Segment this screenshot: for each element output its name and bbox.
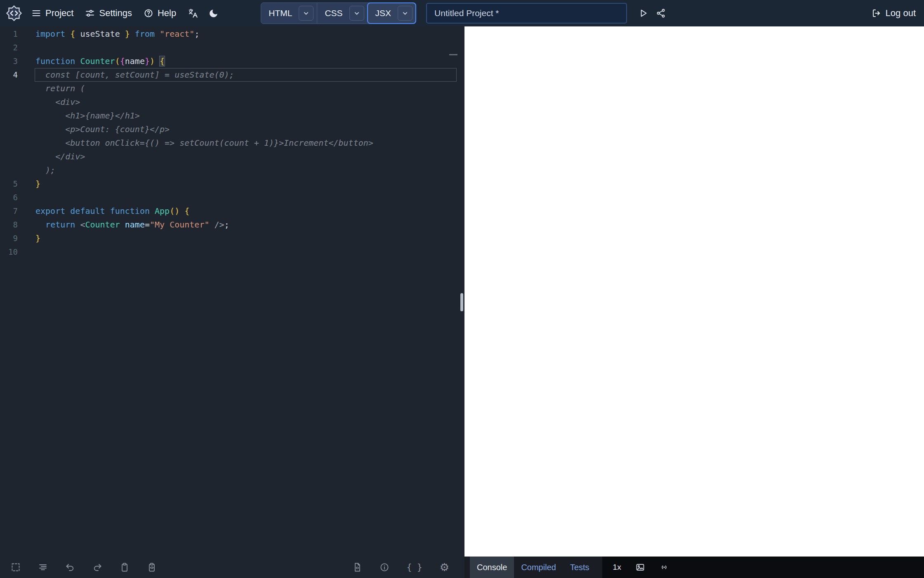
clipboard-code-icon[interactable]: [147, 562, 157, 572]
code-line[interactable]: 6: [0, 191, 459, 204]
format-lines-icon[interactable]: [38, 562, 48, 572]
line-number: 4: [0, 68, 24, 82]
share-button[interactable]: [656, 8, 666, 18]
settings-menu-label: Settings: [99, 8, 132, 19]
topbar: Project Settings Help: [0, 0, 924, 26]
code-line[interactable]: 8 return <Counter name="My Counter" />;: [0, 218, 459, 232]
code-line[interactable]: 2: [0, 41, 459, 54]
editor-tab-css-label: CSS: [317, 8, 348, 18]
line-content: export default function App() {: [35, 204, 189, 218]
help-menu-label: Help: [158, 8, 176, 19]
project-menu-label: Project: [45, 8, 73, 19]
code-line[interactable]: 3function Counter({name}) {: [0, 54, 459, 68]
editor-statusbar-right-group: { } ⚙: [352, 561, 449, 573]
logout-icon: [872, 8, 882, 18]
line-content: );: [35, 163, 55, 177]
line-content: return <Counter name="My Counter" />;: [35, 218, 229, 232]
line-content: }: [35, 177, 40, 191]
line-number: [0, 136, 24, 150]
logout-button[interactable]: Log out: [872, 8, 916, 19]
chevron-down-icon[interactable]: [349, 6, 364, 21]
line-number: 3: [0, 54, 24, 68]
preview-output: [464, 26, 924, 557]
braces-icon[interactable]: { }: [407, 562, 422, 572]
editor-tab-jsx[interactable]: JSX: [368, 3, 416, 24]
translate-icon[interactable]: [188, 8, 198, 19]
undo-icon[interactable]: [65, 562, 75, 572]
line-number: [0, 150, 24, 163]
line-content: const [count, setCount] = useState(0);: [35, 68, 234, 82]
file-code-icon[interactable]: [352, 562, 362, 572]
code-line[interactable]: 9}: [0, 232, 459, 245]
share-icon: [656, 8, 666, 18]
settings-menu-button[interactable]: Settings: [85, 8, 132, 19]
screenshot-icon[interactable]: [635, 562, 645, 572]
code-line[interactable]: <div>: [0, 95, 459, 109]
help-menu-button[interactable]: Help: [144, 8, 176, 19]
project-title-input[interactable]: [426, 3, 627, 24]
line-number: 8: [0, 218, 24, 232]
line-number: [0, 95, 24, 109]
selection-icon[interactable]: [11, 562, 21, 572]
pane-resizer[interactable]: [459, 26, 464, 578]
clipboard-icon[interactable]: [120, 562, 130, 572]
run-button[interactable]: [638, 8, 648, 19]
line-content: import { useState } from "react";: [35, 27, 199, 41]
line-number: [0, 123, 24, 136]
chevron-down-icon[interactable]: [299, 6, 314, 21]
info-icon[interactable]: [380, 562, 389, 572]
preview-tabs-group: Console Compiled Tests: [464, 557, 602, 578]
line-content: <p>Count: {count}</p>: [35, 123, 170, 136]
line-content: <button onClick={() => setCount(count + …: [35, 136, 373, 150]
editor-tab-html-label: HTML: [261, 8, 298, 18]
gear-icon[interactable]: ⚙: [440, 561, 449, 573]
line-number: 1: [0, 27, 24, 41]
line-number: 7: [0, 204, 24, 218]
tab-compiled[interactable]: Compiled: [514, 557, 563, 578]
zoom-level-button[interactable]: 1x: [613, 563, 621, 572]
editor-tab-css[interactable]: CSS: [317, 3, 367, 24]
project-menu-button[interactable]: Project: [31, 8, 73, 19]
chevron-down-icon[interactable]: [398, 6, 412, 21]
line-number: 2: [0, 41, 24, 54]
tab-tests[interactable]: Tests: [563, 557, 596, 578]
code-editor[interactable]: 1import { useState } from "react";23func…: [0, 26, 459, 557]
playground-app: Project Settings Help: [0, 0, 924, 578]
code-line[interactable]: 1import { useState } from "react";: [0, 27, 459, 41]
code-line[interactable]: return (: [0, 82, 459, 95]
code-lines: 1import { useState } from "react";23func…: [0, 27, 459, 259]
code-line[interactable]: <button onClick={() => setCount(count + …: [0, 136, 459, 150]
pane-resizer-handle[interactable]: [460, 293, 463, 311]
line-number: 5: [0, 177, 24, 191]
hamburger-icon: [31, 8, 41, 18]
redo-icon[interactable]: [92, 562, 102, 572]
editor-statusbar: { } ⚙: [0, 557, 459, 578]
editor-tab-html[interactable]: HTML: [261, 3, 317, 24]
line-content: </div>: [35, 150, 85, 163]
code-line[interactable]: 7export default function App() {: [0, 204, 459, 218]
code-line[interactable]: 4 const [count, setCount] = useState(0);: [0, 68, 459, 82]
live-reload-icon[interactable]: [659, 562, 669, 572]
code-editor-pane: 1import { useState } from "react";23func…: [0, 26, 459, 578]
line-content: <div>: [35, 95, 80, 109]
dark-mode-moon-icon[interactable]: [208, 8, 219, 19]
editor-tab-jsx-label: JSX: [368, 8, 397, 18]
line-content: function Counter({name}) {: [35, 54, 165, 68]
line-content: <h1>{name}</h1>: [35, 109, 140, 123]
line-number: 9: [0, 232, 24, 245]
code-line[interactable]: );: [0, 163, 459, 177]
sliders-icon: [85, 8, 95, 18]
line-content: return (: [35, 82, 85, 95]
overview-ruler-cursor-marker: [449, 54, 457, 55]
code-line[interactable]: 5}: [0, 177, 459, 191]
editor-language-switcher: HTML CSS JSX: [261, 2, 416, 24]
help-circle-icon: [144, 8, 153, 18]
tab-console[interactable]: Console: [470, 557, 514, 578]
code-line[interactable]: </div>: [0, 150, 459, 163]
line-number: [0, 82, 24, 95]
line-content: }: [35, 232, 40, 245]
code-line[interactable]: <p>Count: {count}</p>: [0, 123, 459, 136]
code-line[interactable]: <h1>{name}</h1>: [0, 109, 459, 123]
app-logo-icon[interactable]: [6, 5, 22, 21]
code-line[interactable]: 10: [0, 245, 459, 259]
